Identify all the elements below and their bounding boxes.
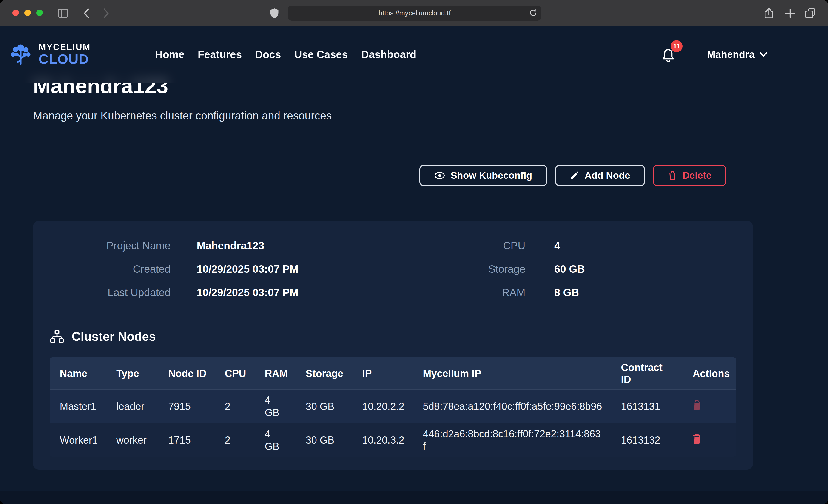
delete-node-button[interactable] — [693, 434, 701, 444]
summary-left-column: Project Name Mahendra123 Created 10/29/2… — [50, 239, 393, 310]
eye-icon — [434, 171, 445, 180]
cell-contract-id: 1613131 — [611, 390, 682, 423]
back-button[interactable] — [80, 7, 92, 19]
last-updated-label: Last Updated — [50, 286, 170, 299]
plus-icon — [785, 8, 795, 18]
user-name: Mahendra — [707, 49, 755, 60]
tab-overview-button[interactable] — [804, 7, 816, 19]
notification-badge: 11 — [671, 40, 682, 52]
brand-text: MYCELIUM CLOUD — [39, 43, 91, 66]
user-menu[interactable]: Mahendra — [707, 49, 768, 60]
sidebar-icon — [57, 8, 69, 18]
nav-link-docs[interactable]: Docs — [255, 48, 281, 60]
cell-node-id: 7915 — [158, 390, 215, 423]
cell-type: leader — [106, 390, 158, 423]
cluster-actions: Show Kubeconfig Add Node Delete — [33, 165, 753, 186]
col-mycelium-ip: Mycelium IP — [413, 358, 611, 390]
cell-actions — [682, 423, 736, 457]
privacy-report-button[interactable] — [268, 7, 280, 19]
ram-label: RAM — [393, 286, 525, 299]
cell-mycelium-ip: 446:d2a6:8bcd:8c16:ff0f:72e2:3114:863f — [413, 423, 611, 457]
last-updated-value: 10/29/2025 03:07 PM — [197, 286, 298, 299]
page-subtitle: Manage your Kubernetes cluster configura… — [33, 109, 753, 123]
cell-ram: 4 GB — [255, 423, 295, 457]
delete-cluster-button[interactable]: Delete — [653, 165, 726, 186]
nav-link-dashboard[interactable]: Dashboard — [361, 48, 416, 60]
page: Mahendra123 Manage your Kubernetes clust… — [0, 26, 828, 504]
notifications-button[interactable]: 11 — [661, 47, 676, 62]
cell-node-id: 1715 — [158, 423, 215, 457]
nav-link-home[interactable]: Home — [155, 48, 184, 60]
ram-value: 8 GB — [554, 286, 579, 299]
project-name-value: Mahendra123 — [197, 239, 264, 252]
col-actions: Actions — [682, 358, 736, 390]
node-row-worker1: Worker1 worker 1715 2 4 GB 30 GB 10.20.3… — [50, 423, 736, 457]
col-storage: Storage — [295, 358, 352, 390]
table-header-row: Name Type Node ID CPU RAM Storage IP Myc… — [50, 358, 736, 390]
chevron-right-icon — [102, 8, 110, 19]
fullscreen-button[interactable] — [36, 10, 43, 16]
storage-label: Storage — [393, 263, 525, 275]
cell-cpu: 2 — [215, 390, 255, 423]
col-cpu: CPU — [215, 358, 255, 390]
cell-actions — [682, 390, 736, 423]
col-name: Name — [50, 358, 106, 390]
col-ram: RAM — [255, 358, 295, 390]
forward-button[interactable] — [100, 7, 112, 19]
share-button[interactable] — [763, 7, 775, 19]
cpu-label: CPU — [393, 239, 525, 252]
cell-ram: 4 GB — [255, 390, 295, 423]
share-icon — [764, 7, 774, 19]
pencil-icon — [570, 171, 579, 180]
minimize-button[interactable] — [24, 10, 31, 16]
col-contract-id: Contract ID — [611, 358, 682, 390]
sidebar-toggle-button[interactable] — [57, 7, 69, 19]
storage-value: 60 GB — [554, 263, 585, 275]
cluster-nodes-header: Cluster Nodes — [50, 329, 736, 344]
browser-chrome: https://myceliumcloud.tf — [0, 0, 828, 26]
cell-storage: 30 GB — [295, 390, 352, 423]
col-type: Type — [106, 358, 158, 390]
close-button[interactable] — [12, 10, 19, 16]
cell-name: Worker1 — [50, 423, 106, 457]
nav-link-features[interactable]: Features — [198, 48, 242, 60]
node-row-master1: Master1 leader 7915 2 4 GB 30 GB 10.20.2… — [50, 390, 736, 423]
cell-mycelium-ip: 5d8:78ea:a120:f40c:ff0f:a5fe:99e6:8b96 — [413, 390, 611, 423]
window-controls — [12, 10, 43, 16]
cell-contract-id: 1613132 — [611, 423, 682, 457]
brand-cloud: CLOUD — [39, 52, 91, 66]
delete-node-button[interactable] — [693, 400, 701, 410]
delete-label: Delete — [682, 170, 711, 181]
network-icon — [50, 329, 64, 344]
reload-button[interactable] — [529, 9, 537, 18]
reload-icon — [529, 9, 537, 17]
url-text: https://myceliumcloud.tf — [378, 9, 450, 17]
address-bar[interactable]: https://myceliumcloud.tf — [288, 5, 541, 21]
add-node-label: Add Node — [585, 170, 630, 181]
cpu-value: 4 — [554, 239, 560, 252]
cell-storage: 30 GB — [295, 423, 352, 457]
created-value: 10/29/2025 03:07 PM — [197, 263, 298, 275]
add-node-button[interactable]: Add Node — [555, 165, 645, 186]
top-navbar: MYCELIUM CLOUD Home Features Docs Use Ca… — [0, 26, 828, 83]
cell-type: worker — [106, 423, 158, 457]
created-label: Created — [50, 263, 170, 275]
summary-right-column: CPU 4 Storage 60 GB RAM 8 GB — [393, 239, 736, 310]
mycelium-logo-icon — [8, 42, 33, 67]
trash-icon — [693, 400, 701, 410]
cluster-nodes-title: Cluster Nodes — [72, 329, 156, 343]
main-content: Mahendra123 Manage your Kubernetes clust… — [0, 26, 828, 504]
browser-window: https://myceliumcloud.tf — [0, 0, 828, 504]
brand-mycelium: MYCELIUM — [39, 43, 91, 51]
brand-logo[interactable]: MYCELIUM CLOUD — [8, 42, 91, 67]
chevron-down-icon — [759, 52, 768, 57]
cell-name: Master1 — [50, 390, 106, 423]
nav-link-use-cases[interactable]: Use Cases — [294, 48, 348, 60]
new-tab-button[interactable] — [784, 7, 796, 19]
cluster-details-card: Project Name Mahendra123 Created 10/29/2… — [33, 221, 753, 469]
col-node-id: Node ID — [158, 358, 215, 390]
trash-icon — [668, 170, 677, 180]
show-kubeconfig-button[interactable]: Show Kubeconfig — [419, 165, 547, 186]
cell-cpu: 2 — [215, 423, 255, 457]
nodes-table: Name Type Node ID CPU RAM Storage IP Myc… — [50, 358, 736, 457]
